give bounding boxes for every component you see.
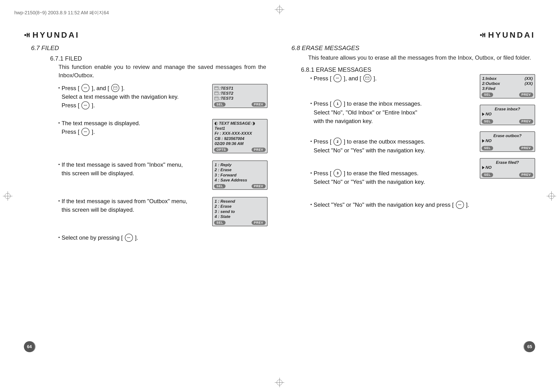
key-1-icon: 1 (334, 100, 342, 108)
softkey-prev: PREV (252, 221, 266, 225)
phone-screen-text-message: TEXT MESSAGE Test1 Fr : XXX-XXX-XXXX CB … (212, 119, 268, 153)
softkey-prev: PREV (252, 148, 266, 152)
brand-text: HYUNDAI (32, 30, 79, 40)
instruction-text: The text message is displayed. Press [ ]… (62, 119, 140, 136)
brand-logo-left: HYUNDAI (24, 30, 268, 40)
triangle-right-icon (482, 139, 484, 143)
key-3-icon: 3 (334, 169, 342, 177)
phone-screen-erase-outbox: Erase outbox? NO SELPREV (480, 131, 535, 152)
envelope-key-icon (363, 74, 371, 82)
softkey-prev: PREV (252, 184, 266, 188)
instruction-text: Select one by pressing [ ]. (62, 233, 138, 242)
phone-screen-erase-inbox: Erase inbox? NO SELPREV (480, 105, 535, 125)
crop-mark-top (275, 5, 284, 14)
crop-mark-bottom (275, 378, 284, 387)
phone-screen-inbox-options: 1 : Reply 2 : Erase 3 : Forward 4 : Save… (212, 160, 268, 190)
svg-point-0 (24, 34, 26, 36)
instruction-text: Press [ 2 ] to erase the outbox messages… (314, 137, 425, 155)
brand-text: HYUNDAI (488, 30, 535, 40)
softkey-sel: SEL (482, 119, 493, 124)
menu-key-icon (81, 128, 90, 136)
menu-key-icon (125, 234, 133, 242)
instruction-text: Select "Yes" or "No" with the navigation… (314, 201, 469, 209)
phone-screen-erase-menu: 1:Inbox(XX) 2:Outbox(XX) 3:Filed SELPREV (480, 74, 535, 98)
nav-right-icon (252, 122, 255, 125)
instruction-text: Press [ 3 ] to erase the filed messages.… (314, 169, 425, 187)
section-title-6-8: 6.8 ERASE MESSAGES (291, 44, 535, 52)
instruction-text: If the text message is saved from "Inbox… (62, 160, 183, 178)
softkey-prev: PREV (252, 102, 266, 107)
softkey-sel: SEL (214, 221, 225, 225)
file-icon (214, 97, 218, 100)
softkey-sel: SEL (482, 92, 493, 97)
section-desc-6-8: This feature allows you to erase all the… (308, 54, 535, 62)
triangle-right-icon (482, 113, 484, 116)
menu-key-icon (81, 101, 90, 109)
page-number-left: 64 (24, 341, 35, 352)
svg-rect-8 (482, 34, 485, 35)
softkey-prev: PREV (519, 173, 533, 177)
instruction-text: If the text message is saved from "Outbo… (62, 197, 187, 214)
menu-key-icon (81, 84, 90, 92)
instruction-text: Press [ 1 ] to erase the inbox messages.… (314, 99, 422, 125)
subsection-desc: This function enable you to review and m… (58, 63, 266, 80)
softkey-sel: SEL (482, 146, 493, 150)
softkey-sel: SEL (482, 173, 493, 177)
phone-screen-filed-list: :TEST1 :TEST2 :TEST3 SELPREV (212, 84, 268, 108)
phone-screen-outbox-options: 1 : Resend 2 : Erase 3 : send to 4 : Sta… (212, 197, 268, 226)
file-icon (214, 92, 218, 95)
instruction-text: Press [ ], and [ ]. Select a text messag… (62, 84, 179, 110)
nav-left-icon (214, 122, 218, 125)
subsection-6-7-1: 6.7.1 FILED (50, 55, 268, 62)
file-icon (214, 87, 218, 90)
phone-screen-erase-filed: Erase filed? NO SELPREV (480, 158, 535, 178)
page-right: HYUNDAI 6.8 ERASE MESSAGES This feature … (291, 30, 535, 352)
softkey-opts: OPTS (214, 148, 228, 152)
crop-mark-left (3, 191, 12, 201)
bullet-dot (58, 87, 60, 89)
svg-point-5 (480, 34, 482, 36)
page-number-right: 65 (524, 341, 535, 352)
envelope-key-icon (111, 84, 119, 92)
brand-logo-right: HYUNDAI (291, 30, 535, 40)
softkey-prev: PREV (519, 146, 533, 150)
softkey-prev: PREV (519, 119, 533, 124)
page-left: HYUNDAI 6.7 FILED 6.7.1 FILED This funct… (24, 30, 268, 352)
menu-key-icon (334, 74, 342, 82)
svg-rect-3 (27, 34, 30, 35)
softkey-sel: SEL (214, 102, 225, 107)
softkey-prev: PREV (519, 92, 533, 97)
section-title-6-7: 6.7 FILED (31, 44, 268, 52)
key-2-icon: 2 (334, 138, 342, 146)
menu-key-icon (456, 201, 464, 209)
crop-mark-right (547, 191, 556, 201)
instruction-text: Press [ ], and [ ]. (314, 74, 377, 83)
softkey-sel: SEL (214, 184, 225, 188)
subsection-6-8-1: 6.8.1 ERASE MESSAGES (301, 66, 535, 73)
triangle-right-icon (482, 166, 484, 169)
